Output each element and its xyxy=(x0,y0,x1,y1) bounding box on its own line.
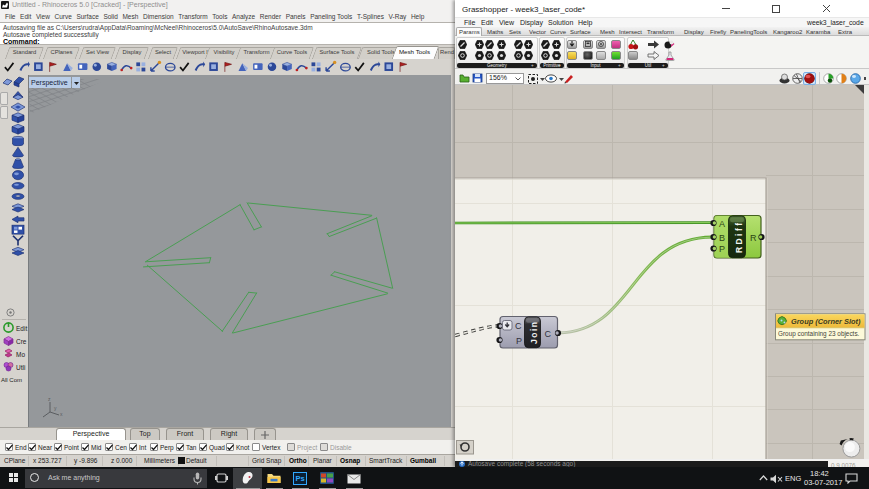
svg-text:B: B xyxy=(719,233,725,243)
svg-text:Group containing 23 objects.: Group containing 23 objects. xyxy=(778,330,860,338)
svg-text:C: C xyxy=(515,321,522,331)
svg-text:P: P xyxy=(516,336,522,346)
svg-text:A: A xyxy=(719,219,725,229)
svg-text:P: P xyxy=(719,244,725,254)
svg-text:C: C xyxy=(545,329,552,339)
svg-text:Group (Corner Slot): Group (Corner Slot) xyxy=(791,317,861,326)
svg-text:R: R xyxy=(750,233,757,243)
svg-text:Join: Join xyxy=(529,322,539,344)
